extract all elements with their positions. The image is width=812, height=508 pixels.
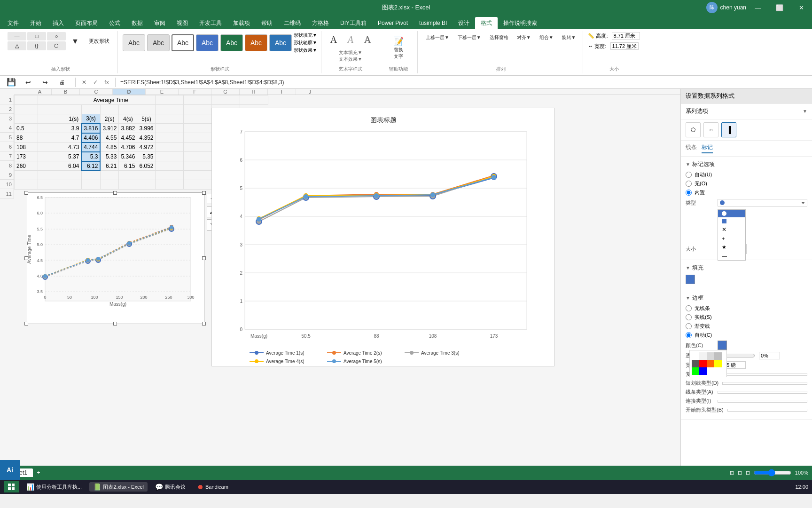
cell-c7[interactable]: 5.37	[66, 152, 82, 161]
handle-tl[interactable]	[24, 191, 28, 195]
shape-btn-1[interactable]: —	[8, 32, 26, 40]
shape-btn-6[interactable]: ⬡	[47, 41, 66, 50]
quick-print-btn[interactable]: 🖨	[55, 78, 70, 87]
minimize-button[interactable]: —	[747, 0, 769, 15]
cell-i6[interactable]	[184, 143, 212, 152]
radio-builtin-input[interactable]	[686, 190, 692, 196]
cell-f6[interactable]: 4.706	[119, 143, 137, 152]
cell-e10[interactable]	[100, 180, 119, 190]
close-button[interactable]: ✕	[790, 0, 812, 15]
cell-e6[interactable]: 4.85	[100, 143, 119, 152]
taskbar-item-bandicam[interactable]: ⏺ Bandicam	[193, 482, 232, 492]
cell-b10[interactable]	[38, 180, 66, 190]
radio-none-input[interactable]	[686, 181, 692, 187]
cell-h2[interactable]	[156, 105, 184, 114]
cell-c2[interactable]	[66, 105, 82, 114]
abc-btn-3[interactable]: Abc	[172, 34, 194, 51]
marker-type-square[interactable]	[718, 217, 745, 225]
text-fill-btn[interactable]: 文本填充▼	[339, 49, 362, 56]
rotate-btn[interactable]: 旋转▼	[559, 32, 579, 43]
cell-f9[interactable]	[119, 171, 137, 180]
cell-a4[interactable]: 0.5	[15, 124, 38, 133]
height-input[interactable]	[612, 32, 640, 40]
cell-g1[interactable]	[156, 95, 184, 105]
color-white[interactable]	[692, 352, 699, 360]
cell-d3[interactable]: 3(s)	[81, 114, 100, 124]
cell-f2[interactable]	[119, 105, 137, 114]
abc-btn-1[interactable]: Abc	[123, 34, 145, 51]
taskbar-item-tencent[interactable]: 💬 腾讯会议	[151, 482, 189, 492]
start-btn[interactable]	[4, 481, 19, 492]
view-normal-btn[interactable]: ⊞	[730, 470, 734, 476]
cell-d5[interactable]: 4.406	[81, 133, 100, 143]
cell-g2[interactable]	[137, 105, 156, 114]
color-blue[interactable]	[699, 367, 707, 375]
cell-i7[interactable]	[184, 152, 212, 161]
type-dropdown-btn[interactable]	[718, 199, 807, 206]
cell-h6[interactable]	[156, 143, 184, 152]
cell-a2[interactable]	[15, 105, 38, 114]
next-btn[interactable]: 下移一层▼	[454, 32, 484, 43]
cell-a5[interactable]: 88	[15, 133, 38, 143]
cell-b4[interactable]	[38, 124, 66, 133]
art-text-3[interactable]: A	[360, 32, 375, 48]
cell-c9[interactable]	[66, 171, 82, 180]
cell-d4[interactable]: 3.816	[81, 124, 100, 133]
group-btn[interactable]: 组合▼	[536, 32, 557, 43]
cell-d9[interactable]	[81, 171, 100, 180]
cancel-formula-btn[interactable]: ✕	[79, 78, 89, 87]
cell-d10[interactable]	[81, 180, 100, 190]
art-text-2[interactable]: A	[343, 32, 358, 48]
cell-h7[interactable]	[156, 152, 184, 161]
shape-fill-btn[interactable]: 形状填充▼	[294, 32, 317, 39]
color-yellow[interactable]	[714, 360, 722, 367]
tab-search[interactable]: 操作说明搜索	[498, 17, 543, 29]
color-gray[interactable]	[707, 352, 714, 360]
shape-effect-btn[interactable]: 形状效果▼	[294, 47, 317, 54]
cell-a10[interactable]	[15, 180, 38, 190]
cell-h10[interactable]	[156, 180, 184, 190]
cell-h1[interactable]	[184, 95, 212, 105]
abc-btn-6[interactable]: Abc	[245, 34, 267, 51]
cell-e3[interactable]: 2(s)	[100, 114, 119, 124]
radio-auto-input[interactable]	[686, 172, 692, 178]
marker-type-plus[interactable]: +	[718, 234, 745, 243]
tab-bar-chart[interactable]: ▐	[721, 122, 736, 137]
marker-type-dash[interactable]: —	[718, 252, 745, 260]
col-header-c[interactable]: C	[80, 89, 113, 95]
tab-developer[interactable]: 开发工具	[194, 17, 227, 29]
cell-g4[interactable]: 3.996	[137, 124, 156, 133]
taskbar-item-analysis[interactable]: 📊 使用分析工具库执...	[23, 482, 86, 492]
change-shape-btn[interactable]: 更改形状	[85, 34, 114, 48]
dash-dropdown[interactable]	[722, 382, 807, 385]
abc-btn-7[interactable]: Abc	[269, 34, 292, 51]
tab-line-label[interactable]: 线条	[686, 143, 697, 153]
handle-tr[interactable]	[202, 191, 206, 195]
cell-g7[interactable]: 5.35	[137, 152, 156, 161]
tab-marker-label[interactable]: 标记	[702, 143, 713, 153]
cell-e2[interactable]	[100, 105, 119, 114]
handle-tm[interactable]	[113, 191, 117, 195]
cell-i10[interactable]	[184, 180, 212, 190]
border-auto-input[interactable]	[686, 332, 692, 338]
abc-btn-5[interactable]: Abc	[220, 34, 243, 51]
marker-type-x[interactable]: ✕	[718, 225, 745, 234]
color-dark-gray[interactable]	[692, 360, 699, 367]
compound-dropdown[interactable]	[718, 373, 807, 376]
cell-c6[interactable]: 4.73	[66, 143, 82, 152]
border-no-line-input[interactable]	[686, 305, 692, 311]
cell-f7[interactable]: 5.346	[119, 152, 137, 161]
cell-d7[interactable]: 5.3	[81, 152, 100, 161]
cell-h9[interactable]	[156, 171, 184, 180]
tab-design[interactable]: 设计	[453, 17, 475, 29]
marker-collapse[interactable]: ▼	[686, 162, 690, 167]
cell-d2[interactable]	[81, 105, 100, 114]
cell-a7[interactable]: 173	[15, 152, 38, 161]
shape-btn-4[interactable]: △	[8, 41, 26, 50]
line-type-dropdown[interactable]	[718, 391, 807, 394]
art-text-1[interactable]: A	[326, 32, 341, 48]
cell-f3[interactable]: 4(s)	[119, 114, 137, 124]
cell-g8[interactable]: 6.052	[137, 161, 156, 171]
cell-f4[interactable]: 3.882	[119, 124, 137, 133]
tab-page-layout[interactable]: 页面布局	[70, 17, 103, 29]
